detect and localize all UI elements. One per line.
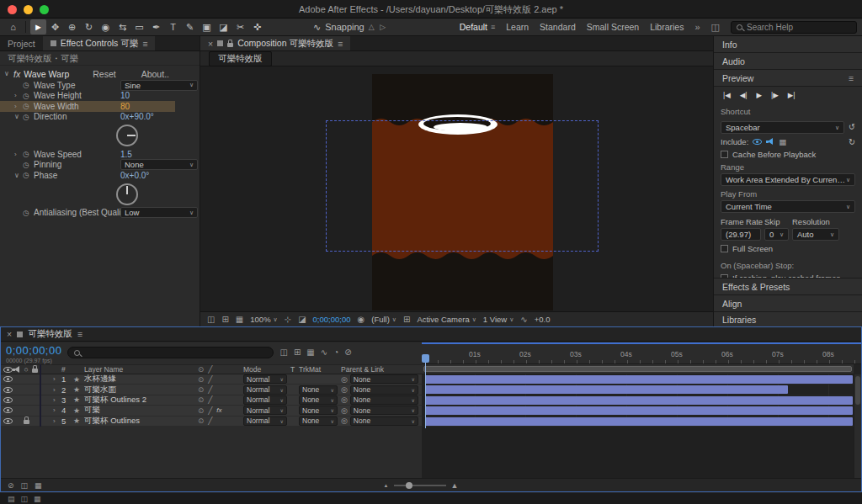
scrollbar-thumb[interactable] [855,376,860,405]
stopwatch-icon[interactable]: ◷ [23,161,34,169]
stopwatch-icon[interactable]: ◷ [23,92,34,100]
playhead[interactable] [422,354,430,363]
direction-value[interactable]: 0x+90.0° [120,112,154,121]
roto-brush-tool-icon[interactable]: ✂ [232,19,248,34]
eraser-tool-icon[interactable]: ◪ [216,19,231,34]
panel-align[interactable]: Align [714,295,862,312]
trkmat-select[interactable]: None∨ [299,395,338,405]
layer-expand-icon[interactable]: › [53,386,61,394]
camera-select[interactable]: Active Camera ∨ [417,315,476,324]
quality-switch-icon[interactable]: ⊙ [198,406,204,415]
pixel-aspect-icon[interactable]: ∿ [520,315,527,324]
play-button[interactable]: ▶ [757,91,763,99]
effect-reset-button[interactable]: Reset [93,69,115,79]
zoom-slider-knob[interactable] [406,482,412,489]
layer-expand-icon[interactable]: › [53,396,61,404]
selection-tool-icon[interactable]: ► [30,19,46,34]
type-tool-icon[interactable]: T [165,19,181,34]
footer-grid-icon[interactable]: ▦ [34,495,41,503]
tab-composition[interactable]: × Composition 可樂特效版 ≡ [200,36,350,50]
tab-effect-controls[interactable]: Effect Controls 可樂 ≡ [43,36,156,50]
range-select[interactable]: Work Area Extended By Current ... ∨ [721,173,855,186]
stopwatch-icon[interactable]: ◷ [23,113,34,121]
workspace-menu-icon[interactable]: ≡ [491,23,495,31]
stopwatch-icon[interactable]: ◷ [23,171,34,179]
layer-name[interactable]: 可樂水面 [84,385,198,395]
always-preview-icon[interactable]: ◫ [207,315,215,324]
collapse-switch-icon[interactable]: ╱ [208,416,212,425]
parent-select[interactable]: None∨ [350,374,418,384]
expand-icon[interactable]: › [14,103,23,110]
zoom-slider[interactable] [394,485,446,486]
collapse-switch-icon[interactable]: ╱ [208,385,212,394]
brush-tool-icon[interactable]: ✎ [182,19,198,34]
layer-visibility-eye-icon[interactable] [3,407,13,413]
workspace-overflow-icon[interactable]: » [694,22,700,32]
effects-switch-icon[interactable]: fx [216,406,221,415]
timeline-vertical-scrollbar[interactable] [854,374,861,478]
hand-tool-icon[interactable]: ✥ [47,19,63,34]
cache-before-playback-checkbox[interactable] [721,151,728,158]
blend-mode-select[interactable]: Normal∨ [243,416,287,426]
layer-bar[interactable] [425,396,853,405]
timeline-search-input[interactable] [67,347,274,358]
mask-visibility-icon[interactable]: ◪ [298,315,306,324]
phase-value[interactable]: 0x+0.0° [120,171,149,180]
parent-select[interactable]: None∨ [350,395,418,405]
video-column-eye-icon[interactable] [3,367,13,373]
work-area-bar[interactable] [422,364,854,374]
mode-column-header[interactable]: Mode [243,365,290,374]
workspace-libraries[interactable]: Libraries [650,22,684,32]
ruler-icon[interactable]: ⊹ [285,315,291,324]
collapse-switch-icon[interactable]: ╱ [208,375,212,384]
wave-width-value[interactable]: 80 [120,102,130,111]
layer-bar[interactable] [425,375,853,384]
panel-preview[interactable]: Preview ≡ [714,70,862,87]
parent-pickwhip-icon[interactable]: ◎ [341,375,348,384]
panel-menu-icon[interactable]: ≡ [142,39,147,49]
panel-info[interactable]: Info [714,36,862,53]
parent-select[interactable]: None∨ [350,416,418,426]
draft-3d-icon[interactable]: ⊞ [294,347,301,357]
stopwatch-icon[interactable]: ◷ [23,81,34,89]
skip-select[interactable]: 0 ∨ [764,228,789,241]
snapping-modifier-icons[interactable]: △ ▷ [369,23,387,31]
motion-blur-icon[interactable]: ◔ [333,347,338,357]
viewer-timecode[interactable]: 0;00;00;00 [313,315,351,324]
collapse-switch-icon[interactable]: ╱ [208,395,212,404]
include-audio-speaker-icon[interactable] [766,138,774,146]
puppet-pin-tool-icon[interactable]: ✜ [249,19,265,34]
expand-icon[interactable]: › [14,92,23,99]
label-column-icon[interactable] [40,364,41,374]
layer-label-chip[interactable] [40,416,41,427]
layer-visibility-eye-icon[interactable] [3,376,13,382]
layer-expand-icon[interactable]: › [53,375,61,383]
parent-pickwhip-icon[interactable]: ◎ [341,406,348,415]
layer-row-5[interactable]: › 5 ★ 可樂杯 Outlines ⊙ ╱ Normal∨ None∨ ◎ [1,416,422,427]
audio-column-speaker-icon[interactable] [13,366,21,374]
layer-lock-icon[interactable] [24,420,29,424]
panel-audio[interactable]: Audio [714,53,862,70]
full-screen-checkbox[interactable] [721,245,728,252]
parent-select[interactable]: None∨ [350,385,418,395]
layer-name[interactable]: 可樂杯 Outlines 2 [84,395,198,406]
panel-menu-icon[interactable]: ≡ [77,329,82,339]
hide-shy-layers-icon[interactable]: ▦ [306,347,314,357]
playhead-handle[interactable] [422,354,429,363]
phase-dial[interactable] [116,183,138,205]
timeline-tab-label[interactable]: 可樂特效版 [28,328,72,340]
panel-libraries[interactable]: Libraries [714,312,862,326]
help-search-input[interactable]: Search Help [731,21,857,34]
workspace-learn[interactable]: Learn [506,22,529,32]
quality-switch-icon[interactable]: ⊙ [198,416,204,425]
expand-transfer-controls-icon[interactable]: ◫ [21,481,29,490]
layer-visibility-eye-icon[interactable] [3,418,13,424]
blend-mode-select[interactable]: Normal∨ [243,406,287,415]
zoom-tool-icon[interactable]: ⊕ [64,19,80,34]
stopwatch-icon[interactable]: ◷ [23,209,34,217]
frame-blending-icon[interactable]: ∿ [321,347,327,357]
layer-label-chip[interactable] [40,395,41,406]
fx-badge-icon[interactable]: fx [13,69,20,79]
grid-options-icon[interactable]: ▦ [236,315,243,324]
layer-bar[interactable] [425,417,853,426]
